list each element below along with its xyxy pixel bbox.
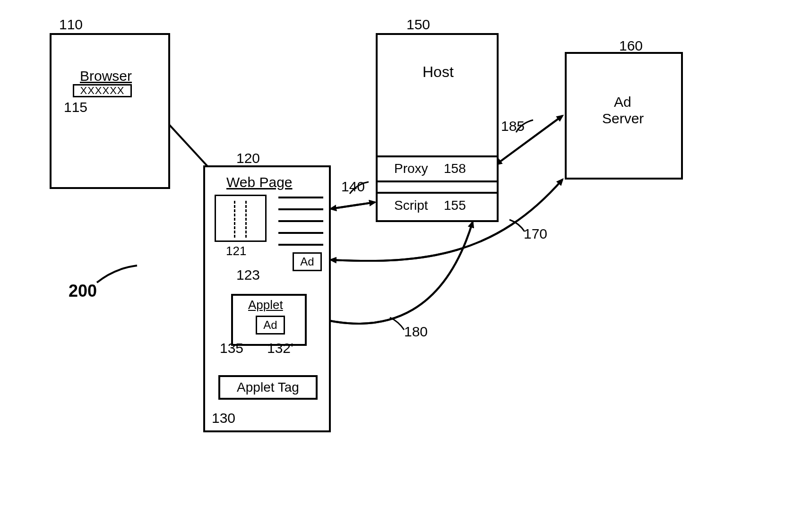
browser-label: Browser xyxy=(80,68,132,84)
script-label: Script xyxy=(394,198,428,213)
applet-tag-box: Applet Tag xyxy=(218,375,318,400)
arrow-140-left xyxy=(331,202,375,209)
adserver-box: Ad Server xyxy=(565,52,683,180)
applet-ad: Ad xyxy=(256,316,285,335)
leader-180 xyxy=(390,317,404,330)
proxy-ref: 158 xyxy=(444,161,466,176)
browser-xfield: XXXXXX xyxy=(73,84,132,97)
arrow-180-ref: 180 xyxy=(404,324,428,340)
arrow-185-ref: 185 xyxy=(501,118,525,134)
webpage-image xyxy=(215,195,267,242)
webpage-ref: 120 xyxy=(236,150,260,166)
proxy-label: Proxy xyxy=(394,161,428,176)
browser-ref: 110 xyxy=(59,17,83,33)
adserver-ref: 160 xyxy=(619,38,643,54)
applet-tag-ref: 130 xyxy=(212,410,235,426)
applet-label: Applet xyxy=(248,298,283,312)
applet-ref-right: 132' xyxy=(267,340,293,356)
applet-ref-left: 135 xyxy=(220,340,243,356)
host-ref: 150 xyxy=(406,17,430,33)
leader-200 xyxy=(97,266,137,283)
arrow-180-up xyxy=(312,222,473,324)
diagram-stage: 200 110 Browser XXXXXX 115 120 Web Page … xyxy=(0,0,785,532)
diagram-ref: 200 xyxy=(69,281,97,301)
webpage-ad-ref: 123 xyxy=(236,267,260,283)
host-label: Host xyxy=(423,63,454,81)
webpage-box: Web Page 121 Ad Applet Ad Applet Tag xyxy=(203,165,331,432)
applet-box: Applet Ad xyxy=(231,294,307,346)
script-ref: 155 xyxy=(444,198,466,213)
webpage-image-ref: 121 xyxy=(226,244,246,258)
webpage-label: Web Page xyxy=(226,174,293,190)
browser-xref: 115 xyxy=(64,99,87,115)
arrow-140-ref: 140 xyxy=(341,179,365,195)
adserver-label1: Ad xyxy=(614,94,631,110)
webpage-ad: Ad xyxy=(293,252,322,271)
adserver-label2: Server xyxy=(602,111,644,127)
arrow-170-ref: 170 xyxy=(524,226,547,242)
host-box: Host Proxy 158 Script 155 xyxy=(376,33,499,222)
arrow-180-down xyxy=(312,222,473,324)
